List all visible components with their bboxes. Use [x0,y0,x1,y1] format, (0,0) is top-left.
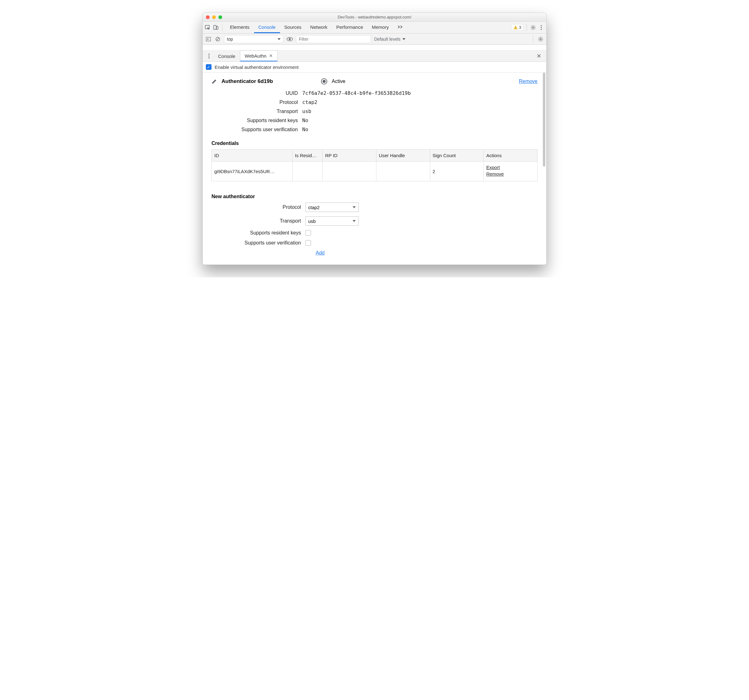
scrollbar[interactable] [542,73,546,265]
close-window-button[interactable] [206,15,209,19]
col-is-resident[interactable]: Is Resid… [292,150,323,162]
protocol-value: ctap2 [308,205,320,210]
svg-point-6 [541,25,541,26]
authenticator-title: Authenticator 6d19b [222,78,273,84]
add-authenticator-link[interactable]: Add [316,250,324,256]
tab-performance[interactable]: Performance [332,21,368,33]
active-label: Active [332,78,345,84]
transport-value: usb [308,219,316,224]
log-levels-select[interactable]: Default levels [374,37,405,41]
prop-label: UUID [211,90,302,96]
enable-checkbox[interactable]: ✓ [206,64,211,70]
col-rp-id[interactable]: RP ID [323,150,376,162]
cell-id: gi9DBsn77iLAXdK7es5UR… [212,162,292,181]
prop-value-uuid: 7cf6a7e2-0537-48c4-b9fe-f3653826d19b [302,90,411,96]
device-toggle-icon[interactable] [213,25,219,31]
warning-icon [514,25,518,30]
more-icon[interactable] [538,25,544,31]
prop-value-transport: usb [302,108,311,114]
svg-point-14 [540,38,541,40]
maximize-window-button[interactable] [219,15,222,19]
close-drawer-icon[interactable]: ✕ [533,51,544,61]
warnings-count: 3 [519,25,521,30]
warnings-badge[interactable]: 3 [511,24,523,31]
user-verification-checkbox[interactable] [305,240,311,246]
drawer-tab-console[interactable]: Console [213,51,240,61]
svg-point-13 [289,38,290,40]
cell-user-handle [376,162,430,181]
chevron-down-icon [353,220,356,222]
drawer-tab-webauthn[interactable]: WebAuthn ✕ [240,51,278,61]
edit-icon[interactable] [211,78,217,84]
prop-value-resident: No [302,117,308,123]
new-authenticator-title: New authenticator [211,194,538,199]
live-expression-icon[interactable] [287,36,293,42]
cell-is-resident [292,162,323,181]
export-link[interactable]: Export [486,165,535,170]
drawer-tab-label: WebAuthn [245,53,267,58]
tabs-overflow[interactable] [393,21,408,33]
inspect-icon[interactable] [205,25,211,31]
prop-value-protocol: ctap2 [302,99,317,105]
svg-point-17 [208,57,209,58]
clear-console-icon[interactable] [215,36,221,42]
col-id[interactable]: ID [212,150,292,162]
svg-line-11 [217,38,219,40]
protocol-select[interactable]: ctap2 [305,202,359,212]
authenticator-properties: UUID7cf6a7e2-0537-48c4-b9fe-f3653826d19b… [211,90,538,132]
active-radio[interactable] [321,78,327,84]
titlebar: DevTools - webauthndemo.appspot.com/ [203,13,546,21]
table-row: gi9DBsn77iLAXdK7es5UR… 2 Export Remove [212,162,538,181]
prop-value-verification: No [302,127,308,132]
svg-point-8 [541,29,541,30]
cell-sign-count: 2 [430,162,484,181]
authenticator-header: Authenticator 6d19b Active Remove [211,78,538,84]
tab-network[interactable]: Network [306,21,332,33]
protocol-label: Protocol [211,204,305,210]
credentials-table: ID Is Resid… RP ID User Handle Sign Coun… [211,149,538,181]
tab-memory[interactable]: Memory [368,21,393,33]
svg-point-7 [541,27,541,28]
prop-label: Supports resident keys [211,118,302,123]
sidebar-toggle-icon[interactable] [205,36,211,42]
col-sign-count[interactable]: Sign Count [430,150,484,162]
context-select[interactable]: top [224,35,283,43]
close-tab-icon[interactable]: ✕ [269,53,273,58]
transport-select[interactable]: usb [305,216,359,226]
console-settings-icon[interactable] [538,36,544,42]
enable-bar: ✓ Enable virtual authenticator environme… [203,62,546,73]
tab-elements[interactable]: Elements [226,21,254,33]
col-actions[interactable]: Actions [484,150,538,162]
webauthn-panel: Authenticator 6d19b Active Remove UUID7c… [203,73,546,265]
remove-credential-link[interactable]: Remove [486,171,535,176]
svg-rect-2 [217,26,218,29]
tab-sources[interactable]: Sources [280,21,306,33]
col-user-handle[interactable]: User Handle [376,150,430,162]
context-value: top [227,37,233,41]
remove-authenticator-link[interactable]: Remove [519,78,538,84]
devtools-window: DevTools - webauthndemo.appspot.com/ Ele… [202,12,547,265]
scroll-thumb[interactable] [543,73,545,167]
transport-label: Transport [211,218,305,224]
drawer-tabs: Console WebAuthn ✕ ✕ [203,51,546,62]
window-controls [206,15,222,19]
svg-rect-3 [515,27,516,28]
filter-input[interactable] [296,35,371,43]
minimize-window-button[interactable] [212,15,216,19]
chevron-down-icon [278,38,281,40]
prop-label: Transport [211,109,302,114]
levels-label: Default levels [374,37,400,41]
main-tabs: Elements Console Sources Network Perform… [226,21,408,33]
resident-keys-checkbox[interactable] [305,230,311,236]
tab-console[interactable]: Console [254,21,280,33]
chevron-down-icon [353,206,356,208]
settings-icon[interactable] [530,25,536,31]
chevron-down-icon [402,38,405,40]
svg-rect-4 [515,28,516,29]
svg-point-5 [532,27,534,28]
user-verification-label: Supports user verification [211,240,305,246]
prop-label: Protocol [211,100,302,105]
resident-keys-label: Supports resident keys [211,230,305,236]
svg-rect-1 [214,25,216,29]
drawer-more-icon[interactable] [205,51,213,61]
